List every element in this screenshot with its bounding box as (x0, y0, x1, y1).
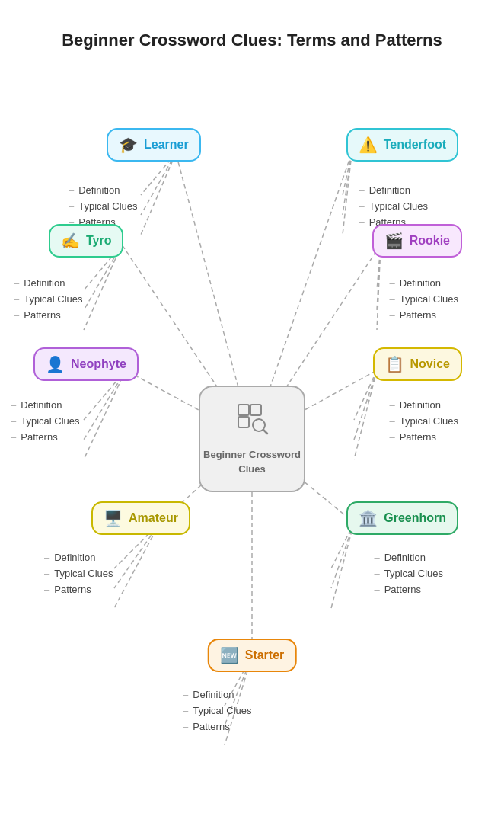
neophyte-node[interactable]: 👤 Neophyte (33, 347, 139, 381)
novice-node[interactable]: 📋 Novice (373, 347, 462, 381)
learner-sub-definition: Definition (69, 184, 138, 196)
tyro-node[interactable]: ✍️ Tyro (49, 224, 123, 258)
rookie-node[interactable]: 🎬 Rookie (372, 224, 462, 258)
neophyte-label: Neophyte (71, 357, 126, 371)
rookie-sub-clues: Typical Clues (389, 293, 458, 305)
tyro-sub-items: Definition Typical Clues Patterns (14, 277, 83, 321)
svg-line-25 (354, 370, 377, 440)
svg-line-40 (263, 430, 267, 434)
svg-rect-37 (250, 405, 261, 415)
tyro-sub-patterns: Patterns (14, 309, 83, 321)
svg-line-20 (377, 245, 381, 330)
rookie-sub-definition: Definition (389, 277, 440, 289)
rookie-sub-items: Definition Typical Clues Patterns (389, 277, 458, 321)
tyro-sub-clues: Typical Clues (14, 293, 83, 305)
learner-sub-clues: Typical Clues (69, 200, 138, 212)
svg-line-13 (343, 153, 352, 215)
amateur-sub-definition: Definition (44, 552, 113, 563)
svg-line-32 (331, 523, 354, 608)
svg-rect-38 (238, 417, 249, 427)
tenderfoot-icon: ⚠️ (359, 136, 378, 154)
svg-line-26 (354, 370, 377, 459)
neophyte-sub-items: Definition Typical Clues Patterns (11, 399, 80, 443)
svg-line-24 (354, 370, 377, 420)
amateur-sub-clues: Typical Clues (44, 568, 113, 579)
svg-line-14 (343, 153, 352, 235)
learner-node[interactable]: 🎓 Learner (107, 128, 201, 162)
center-icon (235, 402, 269, 442)
svg-rect-36 (238, 405, 249, 415)
amateur-node[interactable]: 🖥️ Amateur (91, 501, 190, 535)
neophyte-sub-patterns: Patterns (11, 431, 80, 443)
center-label: Beginner Crossword Clues (200, 448, 304, 475)
starter-sub-items: Definition Typical Clues Patterns (183, 689, 252, 732)
novice-sub-items: Definition Typical Clues Patterns (389, 399, 458, 443)
neophyte-sub-definition: Definition (11, 399, 80, 411)
rookie-label: Rookie (410, 234, 450, 248)
amateur-icon: 🖥️ (104, 509, 123, 527)
rookie-sub-patterns: Patterns (389, 309, 436, 321)
novice-icon: 📋 (385, 355, 404, 373)
svg-line-11 (141, 153, 176, 235)
svg-line-29 (114, 523, 160, 608)
novice-sub-definition: Definition (389, 399, 440, 411)
tenderfoot-sub-items: Definition Typical Clues Patterns (359, 184, 428, 228)
tyro-label: Tyro (86, 234, 111, 248)
greenhorn-icon: 🏛️ (359, 509, 378, 527)
greenhorn-sub-clues: Typical Clues (374, 568, 443, 579)
novice-sub-patterns: Patterns (389, 431, 436, 443)
starter-sub-patterns: Patterns (183, 721, 252, 732)
greenhorn-sub-definition: Definition (374, 552, 425, 563)
novice-sub-clues: Typical Clues (389, 415, 458, 427)
amateur-sub-items: Definition Typical Clues Patterns (44, 552, 113, 595)
learner-sub-items: Definition Typical Clues Patterns (69, 184, 138, 228)
greenhorn-sub-items: Definition Typical Clues Patterns (374, 552, 443, 595)
tyro-sub-definition: Definition (14, 277, 83, 289)
amateur-sub-patterns: Patterns (44, 584, 113, 595)
diagram: .dash-line { stroke: #aaa; stroke-width:… (0, 66, 504, 812)
neophyte-icon: 👤 (46, 355, 65, 373)
tenderfoot-sub-clues: Typical Clues (359, 200, 428, 212)
tenderfoot-sub-definition: Definition (359, 184, 410, 196)
tyro-icon: ✍️ (61, 232, 80, 250)
learner-icon: 🎓 (119, 136, 138, 154)
svg-line-23 (84, 370, 126, 459)
rookie-icon: 🎬 (384, 232, 404, 250)
greenhorn-node[interactable]: 🏛️ Greenhorn (346, 501, 458, 535)
starter-icon: 🆕 (220, 646, 239, 664)
neophyte-sub-clues: Typical Clues (11, 415, 80, 427)
tenderfoot-label: Tenderfoot (384, 138, 446, 152)
amateur-label: Amateur (129, 511, 178, 525)
greenhorn-label: Greenhorn (384, 511, 446, 525)
tenderfoot-node[interactable]: ⚠️ Tenderfoot (346, 128, 458, 162)
starter-node[interactable]: 🆕 Starter (208, 639, 297, 672)
svg-line-10 (141, 153, 176, 215)
novice-label: Novice (410, 357, 450, 371)
starter-label: Starter (245, 648, 285, 662)
starter-sub-definition: Definition (183, 689, 252, 700)
starter-sub-clues: Typical Clues (183, 705, 252, 716)
greenhorn-sub-patterns: Patterns (374, 584, 421, 595)
page-title: Beginner Crossword Clues: Terms and Patt… (0, 0, 504, 66)
learner-label: Learner (144, 138, 189, 152)
center-node: Beginner Crossword Clues (199, 386, 305, 492)
